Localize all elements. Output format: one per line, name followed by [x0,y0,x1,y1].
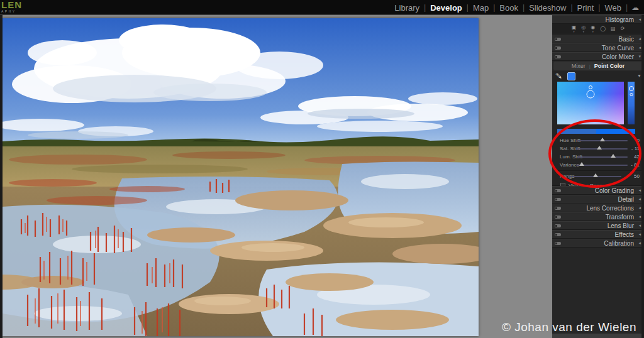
panel-title: Lens Blur [608,222,634,229]
panel-toggle-switch[interactable] [555,215,561,219]
eyedropper-icon[interactable]: 🖉 [555,72,562,79]
slider-thumb[interactable] [579,162,584,166]
panel-toggle-switch[interactable] [555,242,561,245]
slider-track[interactable] [577,156,628,158]
luminance-marker-small [630,93,633,96]
collapse-arrow-icon: ◂ [638,241,641,246]
color-mixer-tabs: Mixer | Point Color [553,62,643,70]
slider-track[interactable] [577,148,628,150]
point-color-toprow: 🖉 ▼ [552,71,644,81]
panel-header-histogram[interactable]: Histogram ◂ [552,15,644,24]
panel-toggle-switch[interactable] [555,198,561,201]
slider-value: 0 [637,138,640,143]
panel-header-color-grading[interactable]: Color Grading ◂ [552,186,644,195]
photo-image[interactable] [3,18,479,336]
panel-title: Detail [618,196,634,203]
panel-title: Color Grading [595,187,634,194]
collapse-arrow-icon: ◂ [638,232,641,237]
slider-track[interactable] [577,140,628,141]
panel-toggle-switch[interactable] [555,55,561,58]
slider-lum-shift[interactable]: Lum. Shift 42 [552,153,644,161]
panel-header-detail[interactable]: Detail ◂ [552,195,644,204]
tool-strip: ▣▾ ◎▾ ◉▾ ◯ ▤ ⟳ [552,24,644,35]
panel-toggle-switch[interactable] [555,233,561,236]
slider-sat-shift[interactable]: Sat. Shift - 11 [552,144,644,153]
radial-filter-icon[interactable]: ⟳ [621,26,625,31]
identity-plate-logo: LEN APHY [1,0,22,13]
collapse-arrow-icon: ◂ [638,188,641,193]
slider-value: 42 [634,154,640,160]
main-area: Histogram ◂ ▣▾ ◎▾ ◉▾ ◯ ▤ ⟳ Basic ◂ Tone … [0,15,644,338]
panel-toggle-switch[interactable] [555,207,561,210]
slider-hue-shift[interactable]: Hue Shift 0 [552,136,644,144]
slider-thumb[interactable] [597,146,602,150]
luminance-strip[interactable] [628,82,635,124]
expand-arrow-icon: ▾ [638,54,641,59]
collapse-arrow-icon: ◂ [638,197,641,202]
color-field-marker[interactable] [587,90,595,98]
slider-range[interactable]: Range 50 [552,172,644,180]
panel-header-transform[interactable]: Transform ◂ [552,212,644,221]
panel-toggle-switch[interactable] [555,189,561,192]
graduated-filter-icon[interactable]: ▤ [611,26,616,31]
panel-header-tone-curve[interactable]: Tone Curve ◂ [552,43,644,52]
luminance-marker[interactable] [629,86,634,91]
color-field-marker-small [589,85,592,89]
slider-thumb[interactable] [600,138,605,141]
panel-title: Histogram [605,16,634,23]
slider-value: 50 [634,173,640,179]
panel-toggle-switch[interactable] [555,224,561,227]
collapse-arrow-icon: ◂ [638,36,641,41]
module-slideshow[interactable]: Slideshow [525,3,570,13]
left-edge-strip [0,15,3,338]
masking-icon[interactable]: ◯ [600,26,606,31]
slider-thumb[interactable] [611,154,616,158]
panel-title: Basic [619,36,634,43]
panel-header-lens-blur[interactable]: Lens Blur ◂ [552,221,644,230]
panel-scrollbar[interactable] [641,15,644,338]
panel-toggle-switch[interactable] [555,46,561,50]
flyout-menu-icon[interactable]: ▼ [637,74,641,78]
panel-title: Tone Curve [602,45,634,52]
logo-text: LEN [1,0,22,9]
tab-point-color[interactable]: Point Color [594,63,625,69]
tab-divider: | [589,63,591,69]
panel-header-lens-corrections[interactable]: Lens Corrections ◂ [552,204,644,212]
collapse-arrow-icon: ◂ [638,223,641,228]
module-picker: Library | Develop | Map | Book | Slidesh… [390,0,639,15]
photographer-watermark: © Johan van der Wielen [502,320,636,334]
point-color-swatch[interactable] [567,72,575,80]
module-library[interactable]: Library [390,3,424,13]
panel-title: Lens Corrections [586,205,634,212]
tab-mixer[interactable]: Mixer [572,63,586,69]
red-eye-icon[interactable]: ◉▾ [591,25,595,33]
panel-empty-area [552,248,644,325]
cloud-sync-icon[interactable]: ☁ [631,3,639,12]
panel-title: Color Mixer [602,53,634,60]
logo-subtext: APHY [1,10,22,13]
panel-header-basic[interactable]: Basic ◂ [552,35,644,43]
module-develop[interactable]: Develop [426,3,467,13]
marsh-landscape-photo [3,18,479,336]
module-book[interactable]: Book [495,3,523,13]
spot-removal-icon[interactable]: ◎▾ [581,25,586,33]
hue-range-bar[interactable] [557,129,635,134]
module-web[interactable]: Web [600,3,626,13]
panel-header-effects[interactable]: Effects ◂ [552,230,644,239]
module-map[interactable]: Map [469,3,493,13]
slider-track[interactable] [569,176,621,177]
module-print[interactable]: Print [573,3,599,13]
slider-value: - 11 [631,146,640,151]
collapse-arrow-icon: ◂ [638,17,641,22]
panel-title: Calibration [604,240,634,247]
panel-header-calibration[interactable]: Calibration ◂ [552,239,644,248]
color-field[interactable] [557,82,624,124]
panel-header-color-mixer[interactable]: Color Mixer ▾ [552,52,644,61]
panel-title: Transform [606,214,634,221]
slider-track[interactable] [577,165,628,166]
module-divider: | [626,3,628,12]
slider-variance[interactable]: Variance - 81 [552,161,644,169]
panel-toggle-switch[interactable] [555,38,561,41]
crop-overlay-icon[interactable]: ▣▾ [572,25,577,33]
slider-thumb[interactable] [593,173,598,177]
